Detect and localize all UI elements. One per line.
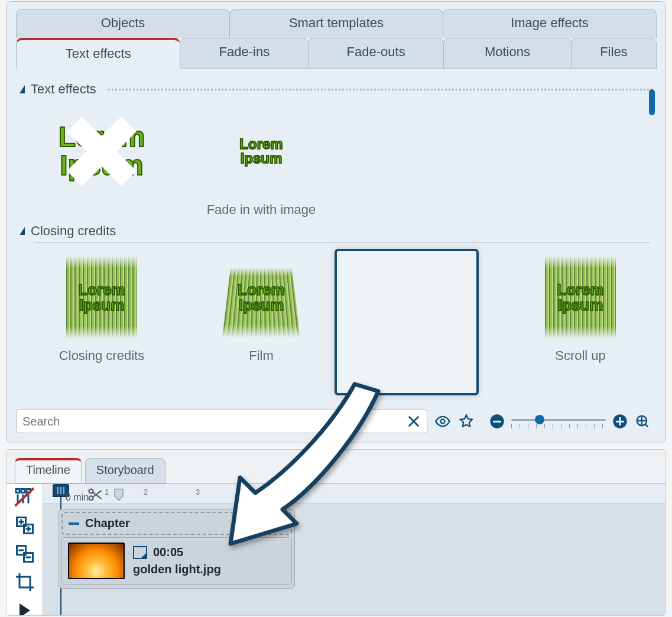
text-effect-item-fade-in-with-image[interactable]: LoremIpsum Fade in with image [187, 104, 335, 217]
svg-rect-7 [16, 489, 20, 493]
add-track-icon[interactable] [14, 515, 35, 535]
section-text-effects-header[interactable]: Text effects [20, 82, 652, 97]
effects-toolbar [16, 408, 656, 434]
star-icon[interactable] [458, 413, 475, 430]
zoom-slider[interactable] [511, 413, 606, 430]
clip-info: 00:05 golden light.jpg [133, 545, 221, 576]
thumb-label: Fade in with image [207, 202, 316, 217]
tab-image-effects[interactable]: Image effects [443, 9, 657, 38]
zoom-controls [489, 413, 651, 430]
clip-item[interactable]: 00:05 golden light.jpg [61, 537, 292, 584]
marker-icon[interactable] [111, 486, 127, 502]
thumb-label: Scroll down [387, 348, 455, 363]
tab-fade-outs[interactable]: Fade-outs [308, 38, 444, 69]
section-title: Closing credits [31, 223, 116, 239]
tab-text-effects[interactable]: Text effects [16, 38, 180, 69]
section-divider-dots [108, 89, 652, 90]
text-overlay-icon [133, 546, 147, 559]
remove-track-icon[interactable] [14, 543, 35, 563]
crop-icon[interactable] [14, 571, 35, 592]
thumb: LoremIpsum [43, 104, 161, 199]
slider-knob[interactable] [535, 415, 544, 424]
chapter-title: Chapter [85, 517, 130, 530]
section-title: Text effects [31, 82, 96, 97]
thumb: LoremIpsum [43, 250, 161, 345]
play-icon[interactable] [14, 600, 35, 610]
scissors-icon[interactable] [87, 486, 103, 502]
closing-credits-item[interactable]: LoremIpsum Closing credits [28, 250, 176, 363]
thumb-label: Scroll up [555, 348, 606, 363]
thumb: LoremIpsum [521, 250, 639, 345]
text-effects-gallery: LoremIpsum LoremIpsum Fade in with image [16, 100, 656, 221]
slider-track [511, 419, 606, 421]
tab-timeline[interactable]: Timeline [15, 458, 82, 483]
thumb: LoremIpsum [362, 250, 480, 345]
effects-content: Text effects LoremIpsum LoremIpsum Fade … [16, 76, 656, 404]
ruler-tick: 1 [105, 488, 109, 496]
clear-search-icon[interactable] [405, 413, 422, 430]
primary-tabs: Objects Smart templates Image effects [7, 2, 665, 38]
chapter-container[interactable]: Chapter 00:05 golden light.jpg [59, 509, 295, 589]
tracks-toggle-icon[interactable] [14, 486, 35, 506]
tab-objects[interactable]: Objects [16, 9, 230, 38]
vertical-scrollbar[interactable] [648, 85, 656, 400]
timeline-body: 0 min 1 2 3 4 Chapter [7, 483, 665, 616]
search-input[interactable] [22, 415, 405, 428]
text-effect-item-none[interactable]: LoremIpsum [28, 104, 176, 217]
closing-credits-gallery: LoremIpsum Closing credits LoremIpsum Fi… [16, 246, 656, 367]
tab-motions[interactable]: Motions [443, 38, 572, 69]
disabled-x-icon [43, 104, 161, 199]
zoom-in-icon[interactable] [612, 413, 628, 430]
ruler-tick: 4 [246, 488, 251, 496]
scrollbar-thumb[interactable] [649, 89, 655, 115]
sample-text-icon: LoremIpsum [78, 282, 125, 313]
time-label: 0 min [66, 492, 89, 503]
clip-duration: 00:05 [153, 545, 183, 559]
svg-rect-8 [21, 489, 25, 493]
closing-credits-item-film[interactable]: LoremIpsum Film [187, 250, 335, 363]
chapter-collapse-icon[interactable] [69, 522, 79, 525]
ruler-tick: 2 [144, 488, 148, 496]
ruler-tick: 3 [196, 488, 200, 496]
collapse-triangle-icon [20, 227, 25, 235]
clip-thumbnail [68, 543, 125, 579]
tab-fade-ins[interactable]: Fade-ins [180, 38, 309, 69]
timeline-main[interactable]: 0 min 1 2 3 4 Chapter [43, 484, 665, 616]
chapter-header[interactable]: Chapter [61, 512, 292, 535]
section-closing-credits-header[interactable]: Closing credits [20, 223, 652, 239]
tab-smart-templates[interactable]: Smart templates [229, 9, 443, 38]
thumb-label: Film [249, 348, 274, 363]
collapse-triangle-icon [20, 85, 25, 93]
tab-files[interactable]: Files [571, 38, 657, 69]
timeline-ruler[interactable]: 0 min 1 2 3 4 [43, 484, 665, 504]
thumb: LoremIpsum [202, 250, 320, 345]
sample-text-icon: LoremIpsum [397, 282, 444, 313]
timeline-tabs: Timeline Storyboard [7, 450, 665, 483]
zoom-fit-icon[interactable] [634, 413, 651, 430]
tab-storyboard[interactable]: Storyboard [85, 458, 165, 483]
sample-text-icon: LoremIpsum [557, 282, 603, 313]
slider-ticks [511, 424, 606, 428]
svg-rect-2 [493, 421, 501, 423]
zoom-out-icon[interactable] [489, 413, 505, 430]
sample-text-icon: LoremIpsum [239, 137, 283, 165]
eye-icon[interactable] [434, 413, 451, 430]
svg-rect-5 [619, 417, 621, 426]
secondary-tabs: Text effects Fade-ins Fade-outs Motions … [7, 38, 665, 69]
thumb-label: Closing credits [59, 348, 144, 363]
thumb: LoremIpsum [202, 104, 320, 199]
sample-text-icon: LoremIpsum [238, 282, 284, 313]
section-divider-line [34, 242, 650, 243]
closing-credits-item-scroll-up[interactable]: LoremIpsum Scroll up [507, 250, 654, 363]
closing-credits-item-scroll-down[interactable]: LoremIpsum Scroll down [347, 250, 495, 363]
search-box[interactable] [16, 410, 427, 433]
effects-panel: Objects Smart templates Image effects Te… [6, 1, 666, 443]
timeline-panel: Timeline Storyboard [6, 449, 666, 616]
timeline-sidebar [7, 484, 43, 616]
clip-filename: golden light.jpg [133, 563, 221, 576]
svg-point-0 [441, 420, 445, 424]
